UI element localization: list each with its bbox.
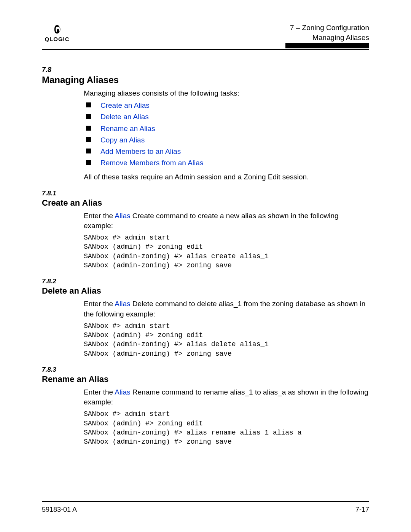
footer-rule bbox=[42, 501, 369, 502]
code-block-delete-alias: SANbox #> admin start SANbox (admin) #> … bbox=[84, 321, 369, 358]
section-number-7-8-3: 7.8.3 bbox=[42, 366, 369, 374]
qlogic-logo: QLOGIC bbox=[42, 24, 72, 44]
svg-text:QLOGIC: QLOGIC bbox=[45, 36, 69, 42]
link-alias-command[interactable]: Alias bbox=[115, 300, 130, 308]
link-copy-alias[interactable]: Copy an Alias bbox=[100, 136, 145, 144]
header-chapter: 7 – Zoning Configuration bbox=[72, 23, 369, 33]
task-list: Create an Alias Delete an Alias Rename a… bbox=[84, 101, 369, 168]
list-item: Add Members to an Alias bbox=[84, 147, 369, 157]
para-text: Enter the bbox=[84, 212, 115, 220]
list-item: Rename an Alias bbox=[84, 124, 369, 134]
link-rename-alias[interactable]: Rename an Alias bbox=[100, 125, 155, 133]
section-number-7-8: 7.8 bbox=[42, 66, 369, 74]
section-number-7-8-1: 7.8.1 bbox=[42, 190, 369, 197]
intro-paragraph: Managing aliases consists of the followi… bbox=[84, 88, 369, 98]
para-text: Enter the bbox=[84, 388, 115, 396]
section-heading-rename-alias: Rename an Alias bbox=[42, 374, 369, 384]
header-section: Managing Aliases bbox=[72, 33, 369, 43]
section-heading-managing-aliases: Managing Aliases bbox=[42, 75, 369, 85]
header-black-bar bbox=[285, 43, 369, 48]
closing-paragraph: All of these tasks require an Admin sess… bbox=[84, 172, 369, 182]
link-alias-command[interactable]: Alias bbox=[115, 212, 130, 220]
list-item: Delete an Alias bbox=[84, 112, 369, 122]
list-item: Remove Members from an Alias bbox=[84, 158, 369, 168]
link-remove-members-alias[interactable]: Remove Members from an Alias bbox=[100, 159, 203, 167]
footer-page-number: 7-17 bbox=[355, 506, 369, 514]
section-number-7-8-2: 7.8.2 bbox=[42, 278, 369, 285]
link-add-members-alias[interactable]: Add Members to an Alias bbox=[100, 147, 181, 155]
link-delete-alias[interactable]: Delete an Alias bbox=[100, 113, 149, 121]
rename-alias-paragraph: Enter the Alias Rename command to rename… bbox=[84, 387, 369, 407]
section-heading-create-alias: Create an Alias bbox=[42, 198, 369, 208]
link-alias-command[interactable]: Alias bbox=[115, 388, 130, 396]
para-text: Enter the bbox=[84, 300, 115, 308]
link-create-alias[interactable]: Create an Alias bbox=[100, 101, 150, 109]
section-heading-delete-alias: Delete an Alias bbox=[42, 286, 369, 296]
code-block-rename-alias: SANbox #> admin start SANbox (admin) #> … bbox=[84, 409, 369, 446]
code-block-create-alias: SANbox #> admin start SANbox (admin) #> … bbox=[84, 233, 369, 270]
list-item: Create an Alias bbox=[84, 101, 369, 110]
footer-doc-id: 59183-01 A bbox=[42, 506, 77, 514]
delete-alias-paragraph: Enter the Alias Delete command to delete… bbox=[84, 299, 369, 319]
create-alias-paragraph: Enter the Alias Create command to create… bbox=[84, 211, 369, 231]
header-rule bbox=[42, 49, 369, 50]
list-item: Copy an Alias bbox=[84, 135, 369, 145]
